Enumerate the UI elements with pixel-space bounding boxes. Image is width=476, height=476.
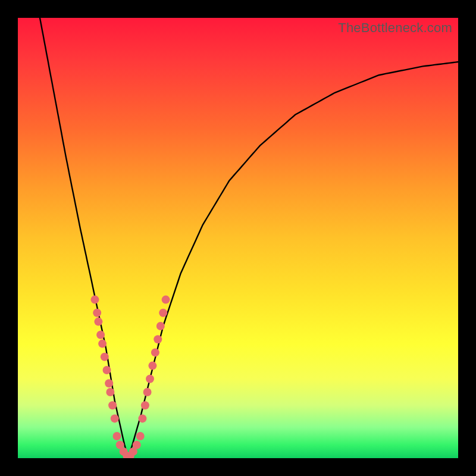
outer-frame: TheBottleneck.com	[0, 0, 476, 476]
data-point	[143, 388, 152, 396]
data-point	[108, 401, 117, 409]
data-point	[101, 353, 109, 361]
sample-points-right	[138, 296, 170, 423]
data-point	[146, 375, 154, 383]
data-point	[148, 362, 156, 370]
data-point	[154, 335, 162, 343]
data-point	[141, 401, 149, 409]
data-point	[133, 441, 141, 449]
data-point	[98, 340, 107, 348]
data-point	[113, 432, 121, 440]
data-point	[105, 379, 113, 387]
data-point	[103, 366, 111, 374]
plot-area: TheBottleneck.com	[18, 18, 458, 458]
chart-svg	[18, 18, 458, 458]
data-point	[94, 318, 102, 326]
data-point	[106, 388, 114, 396]
bottleneck-curve	[40, 18, 458, 458]
data-point	[91, 296, 99, 304]
data-point	[162, 296, 170, 304]
data-point	[93, 309, 101, 317]
sample-points-bottom	[113, 432, 145, 458]
data-point	[156, 322, 165, 330]
sample-points-left	[91, 296, 119, 423]
data-point	[136, 432, 145, 440]
data-point	[111, 414, 119, 422]
data-point	[96, 331, 105, 339]
data-point	[159, 309, 167, 317]
data-point	[138, 414, 146, 422]
data-point	[151, 348, 159, 356]
